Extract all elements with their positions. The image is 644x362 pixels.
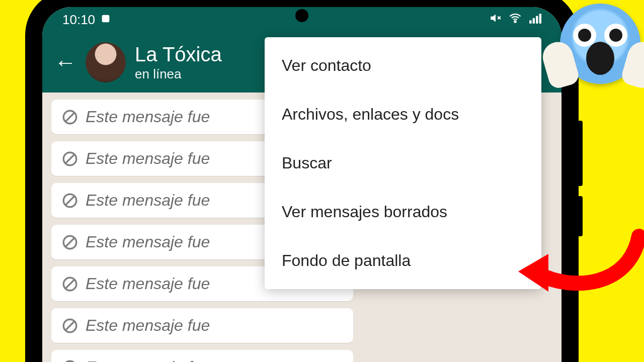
chat-title-block[interactable]: La Tóxica en línea (135, 43, 222, 82)
avatar[interactable] (86, 42, 126, 82)
deleted-message-bubble[interactable]: Este mensaje fue (51, 350, 353, 362)
deleted-message-text: Este mensaje fue (86, 149, 210, 168)
menu-item-fondo-de-pantalla[interactable]: Fondo de pantalla (265, 236, 541, 285)
camera-punch-hole (295, 9, 308, 22)
menu-item-ver-contacto[interactable]: Ver contacto (265, 41, 541, 90)
svg-line-9 (66, 154, 74, 163)
svg-line-11 (66, 196, 74, 205)
signal-icon (528, 12, 541, 28)
thumbnail-canvas: 10:10 (0, 0, 644, 362)
phone-screen: 10:10 (42, 7, 561, 362)
svg-point-1 (514, 21, 516, 22)
menu-item-ver-mensajes-borrados[interactable]: Ver mensajes borrados (265, 188, 541, 236)
svg-line-13 (66, 238, 74, 246)
scream-emoji-icon (552, 0, 644, 92)
contact-status: en línea (135, 66, 222, 82)
deleted-message-bubble[interactable]: Este mensaje fue (51, 308, 353, 343)
deleted-message-text: Este mensaje fue (86, 191, 210, 210)
menu-item-archivos-enlaces-y-docs[interactable]: Archivos, enlaces y docs (265, 90, 541, 139)
deleted-message-text: Este mensaje fue (86, 316, 210, 335)
mute-icon (489, 12, 502, 28)
phone-frame: 10:10 (25, 0, 579, 362)
status-time: 10:10 (62, 12, 95, 28)
svg-rect-5 (539, 14, 541, 24)
svg-rect-3 (533, 18, 535, 24)
deleted-message-text: Este mensaje fue (86, 108, 210, 126)
wifi-icon (508, 11, 522, 29)
svg-rect-2 (529, 20, 531, 24)
svg-line-15 (66, 280, 74, 288)
svg-line-7 (66, 113, 74, 121)
menu-item-buscar[interactable]: Buscar (265, 139, 541, 188)
svg-line-17 (66, 321, 74, 330)
back-arrow-icon[interactable]: ← (54, 50, 76, 75)
deleted-message-text: Este mensaje fue (86, 233, 210, 251)
svg-rect-4 (536, 16, 538, 23)
contact-name: La Tóxica (135, 43, 222, 65)
volume-button (578, 121, 583, 186)
overflow-menu: Ver contactoArchivos, enlaces y docsBusc… (265, 37, 541, 289)
deleted-message-text: Este mensaje fue (86, 275, 210, 293)
deleted-message-text: Este mensaje fue (86, 358, 210, 362)
red-arrow-icon (513, 226, 644, 302)
notification-icon (100, 12, 111, 28)
svg-rect-0 (102, 15, 110, 22)
